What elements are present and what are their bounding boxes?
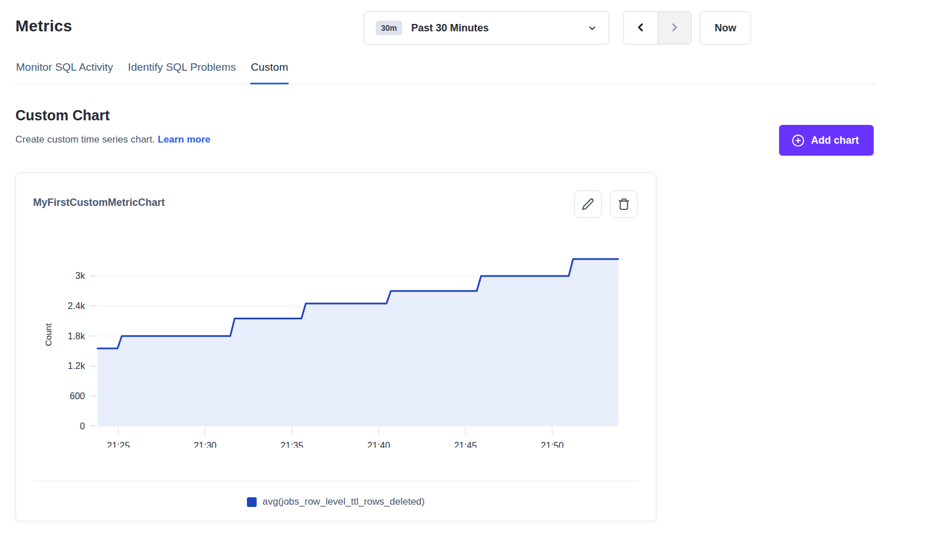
delete-chart-button[interactable] [610, 190, 638, 218]
x-tick-label: 21:25 [107, 441, 129, 448]
y-tick-label: 1.2k [68, 361, 86, 371]
tab-custom[interactable]: Custom [250, 61, 289, 84]
pencil-icon [582, 198, 594, 210]
x-tick-label: 21:50 [541, 441, 563, 448]
chart-svg: 06001.2k1.8k2.4k3k21:2521:3021:3521:4021… [16, 231, 657, 448]
next-time-button[interactable] [658, 12, 691, 44]
tab-bar: Monitor SQL Activity Identify SQL Proble… [15, 61, 289, 84]
now-button[interactable]: Now [700, 11, 751, 44]
x-tick-label: 21:40 [367, 441, 390, 448]
chart-legend: avg(jobs_row_level_ttl_rows_deleted) [16, 496, 656, 508]
legend-swatch [247, 497, 257, 507]
chevron-down-icon [587, 23, 597, 33]
custom-chart-section: Custom Chart Create custom time series c… [0, 107, 941, 145]
time-step-button-group [623, 11, 692, 44]
series-area [98, 259, 618, 426]
add-chart-button[interactable]: Add chart [779, 125, 874, 156]
y-axis-label: Count [43, 323, 53, 346]
section-subtitle-text: Create custom time series chart. [15, 134, 155, 145]
chart-card-header: MyFirstCustomMetricChart [16, 173, 656, 218]
section-title: Custom Chart [15, 107, 874, 124]
section-subtitle: Create custom time series chart. Learn m… [15, 134, 874, 145]
chart-title: MyFirstCustomMetricChart [33, 197, 165, 209]
y-tick-label: 600 [70, 391, 85, 401]
chevron-left-icon [634, 21, 647, 35]
previous-time-button[interactable] [624, 12, 658, 44]
y-tick-label: 1.8k [68, 331, 86, 341]
edit-chart-button[interactable] [574, 190, 602, 218]
y-tick-label: 0 [80, 421, 85, 431]
chevron-right-icon [668, 21, 681, 35]
x-tick-label: 21:35 [281, 441, 303, 448]
time-range-label: Past 30 Minutes [411, 22, 489, 34]
y-tick-label: 2.4k [68, 301, 86, 311]
tab-monitor-sql-activity[interactable]: Monitor SQL Activity [15, 61, 113, 84]
custom-chart-plot: 06001.2k1.8k2.4k3k21:2521:3021:3521:4021… [16, 231, 657, 448]
plus-circle-icon [792, 134, 805, 147]
y-tick-label: 3k [75, 271, 86, 281]
trash-icon [618, 198, 630, 210]
learn-more-link[interactable]: Learn more [157, 134, 210, 145]
tab-identify-sql-problems[interactable]: Identify SQL Problems [127, 61, 236, 84]
time-range-badge: 30m [376, 21, 402, 35]
chart-card-actions [574, 190, 638, 218]
x-tick-label: 21:45 [454, 441, 477, 448]
metrics-page: Metrics 30m Past 30 Minutes Now Mon [0, 0, 941, 560]
add-chart-label: Add chart [811, 135, 859, 147]
x-tick-label: 21:30 [194, 441, 217, 448]
time-range-selector[interactable]: 30m Past 30 Minutes [364, 11, 609, 44]
top-bar: Metrics 30m Past 30 Minutes Now Mon [0, 0, 941, 84]
legend-label: avg(jobs_row_level_ttl_rows_deleted) [262, 496, 424, 508]
page-title: Metrics [15, 17, 72, 35]
custom-metric-chart-card: MyFirstCustomMetricChart 06001.2k1.8k2.4… [15, 172, 656, 521]
legend-divider [33, 481, 639, 481]
